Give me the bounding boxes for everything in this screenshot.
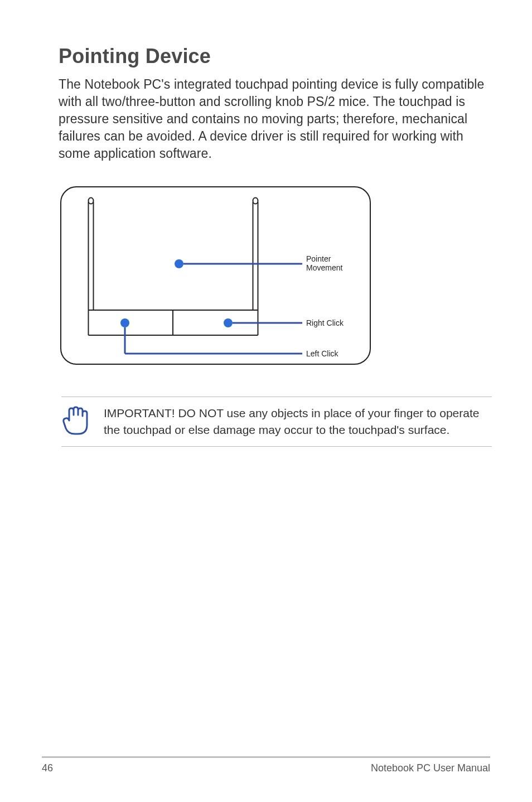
page-number: 46 <box>42 762 53 774</box>
left-hinge <box>89 198 94 311</box>
label-pointer-line2: Movement <box>306 263 342 272</box>
svg-point-10 <box>120 318 129 327</box>
note-text: IMPORTANT! DO NOT use any objects in pla… <box>104 405 492 438</box>
label-right-click: Right Click <box>306 318 344 327</box>
svg-point-8 <box>224 318 233 327</box>
label-pointer-line1: Pointer <box>306 254 331 263</box>
outer-body <box>61 187 370 364</box>
svg-point-6 <box>175 259 183 268</box>
label-left-click: Left Click <box>306 349 339 358</box>
svg-point-0 <box>89 198 94 204</box>
important-note: IMPORTANT! DO NOT use any objects in pla… <box>61 397 492 447</box>
callout-pointer-movement: Pointer Movement <box>175 254 342 272</box>
svg-point-3 <box>253 198 258 204</box>
callout-right-click: Right Click <box>224 318 344 327</box>
doc-title: Notebook PC User Manual <box>371 762 490 774</box>
section-heading: Pointing Device <box>59 45 487 68</box>
section-body: The Notebook PC's integrated touchpad po… <box>59 76 487 162</box>
hand-icon <box>61 405 88 439</box>
touchpad-svg: Pointer Movement Right Click Left Click <box>59 185 373 366</box>
page-footer: 46 Notebook PC User Manual <box>42 756 490 774</box>
touchpad-diagram: Pointer Movement Right Click Left Click <box>59 185 373 369</box>
right-hinge <box>253 198 258 311</box>
